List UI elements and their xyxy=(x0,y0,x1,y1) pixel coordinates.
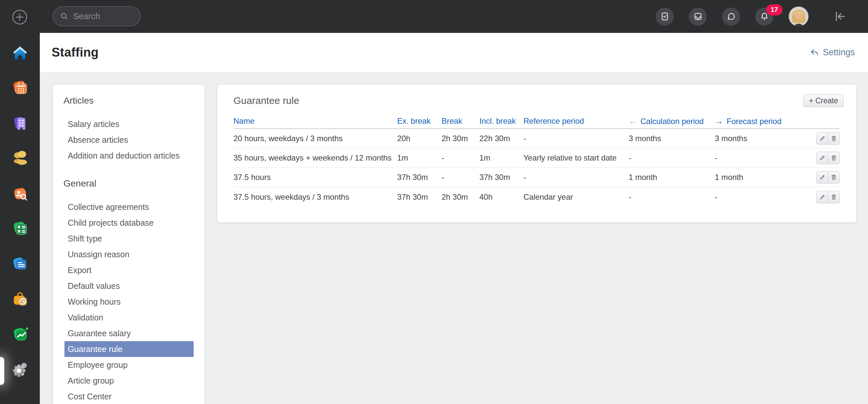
nav-item-export[interactable]: Export xyxy=(64,262,194,278)
collapse-sidebar-button[interactable] xyxy=(833,9,847,23)
trash-icon xyxy=(831,155,837,161)
column-header-break[interactable]: Break xyxy=(441,116,479,126)
cell-incl-break: 22h 30m xyxy=(479,134,523,143)
row-actions xyxy=(804,132,840,145)
table-row: 20 hours, weekdays / 3 months20h2h 30m22… xyxy=(234,129,840,148)
nav-item-collective-agreements[interactable]: Collective agreements xyxy=(64,199,194,215)
nav-item-article-group[interactable]: Article group xyxy=(64,373,194,388)
time-bag-clock-icon[interactable] xyxy=(11,290,29,308)
payroll-coins-icon[interactable] xyxy=(11,149,29,168)
row-actions xyxy=(804,171,840,183)
edit-button[interactable] xyxy=(816,171,828,183)
table-body: 20 hours, weekdays / 3 months20h2h 30m22… xyxy=(234,129,840,207)
column-header-forecast-period[interactable]: →Forecast period xyxy=(715,116,804,126)
topbar-actions: 17 xyxy=(641,0,847,33)
edit-button[interactable] xyxy=(816,191,828,203)
column-header-label: Incl. break xyxy=(479,116,516,125)
notifications-button[interactable]: 17 xyxy=(755,7,773,26)
cell-reference-period: Yearly relative to start date xyxy=(523,153,629,163)
cell-calculation-period: - xyxy=(629,153,715,163)
cell-incl-break: 1m xyxy=(479,153,523,163)
nav-item-guarantee-rule[interactable]: Guarantee rule xyxy=(64,341,194,357)
cell-reference-period: - xyxy=(523,134,629,143)
pencil-icon xyxy=(819,174,826,181)
avatar-image xyxy=(789,7,808,26)
accounting-calculator-icon[interactable] xyxy=(11,220,29,238)
cell-forecast-period: 3 months xyxy=(715,134,804,143)
settings-gear-icon[interactable] xyxy=(11,360,29,379)
row-actions xyxy=(804,152,840,164)
create-button[interactable]: + Create xyxy=(803,94,844,107)
inbox-tray-icon xyxy=(693,11,703,21)
collapse-left-icon xyxy=(833,9,847,23)
inbox-button[interactable] xyxy=(689,7,707,26)
delete-button[interactable] xyxy=(828,171,840,183)
cell-break: 2h 30m xyxy=(441,193,479,202)
delete-button[interactable] xyxy=(828,191,840,203)
cell-ex-break: 37h 30m xyxy=(397,173,441,182)
nav-section-heading-general: General xyxy=(63,177,205,191)
reports-chart-icon[interactable] xyxy=(11,325,29,343)
settings-link[interactable]: Settings xyxy=(809,33,855,72)
column-header-calculation-period[interactable]: ←Calculation period xyxy=(629,116,715,126)
nav-item-working-hours[interactable]: Working hours xyxy=(64,294,194,310)
cell-name: 37.5 hours, weekdays / 3 months xyxy=(234,193,397,202)
chat-button[interactable] xyxy=(722,7,740,26)
cell-ex-break: 37h 30m xyxy=(397,193,441,202)
company-building-icon[interactable] xyxy=(11,114,29,132)
column-header-incl-break[interactable]: Incl. break xyxy=(479,116,523,126)
cell-forecast-period: 1 month xyxy=(715,173,804,182)
cell-break: 2h 30m xyxy=(441,134,479,143)
column-header-name[interactable]: Name xyxy=(234,116,397,126)
cell-ex-break: 20h xyxy=(397,134,441,143)
guarantee-rule-card: Guarantee rule + Create NameEx. breakBre… xyxy=(217,84,857,223)
scheduling-calendar-icon[interactable] xyxy=(11,79,29,97)
nav-item-child-projects-database[interactable]: Child projects database xyxy=(64,215,194,231)
nav-item-cost-center[interactable]: Cost Center xyxy=(64,388,194,404)
notification-badge: 17 xyxy=(766,4,782,16)
nav-item-employee-group[interactable]: Employee group xyxy=(64,357,194,373)
edit-button[interactable] xyxy=(816,152,828,164)
left-arrow-icon: ← xyxy=(629,116,637,126)
column-header-label: Break xyxy=(441,116,462,125)
nav-item-absence-articles[interactable]: Absence articles xyxy=(64,132,194,148)
settings-link-label: Settings xyxy=(823,47,855,58)
edit-button[interactable] xyxy=(816,132,828,145)
topbar: 17 xyxy=(0,0,868,33)
avatar[interactable] xyxy=(789,7,808,26)
home-icon[interactable] xyxy=(11,44,29,62)
settings-nav: ArticlesSalary articlesAbsence articlesA… xyxy=(53,84,205,404)
column-header-label: Calculation period xyxy=(641,117,704,126)
nav-item-guarantee-salary[interactable]: Guarantee salary xyxy=(64,325,194,341)
delete-button[interactable] xyxy=(828,152,840,164)
pencil-icon xyxy=(819,155,826,161)
nav-item-addition-and-deduction-articles[interactable]: Addition and deduction articles xyxy=(64,148,194,164)
nav-item-shift-type[interactable]: Shift type xyxy=(64,231,194,247)
documents-icon[interactable] xyxy=(11,255,29,273)
tasks-check-icon xyxy=(660,11,670,21)
table-row: 37.5 hours37h 30m-37h 30m-1 month1 month xyxy=(234,168,840,187)
search-icon xyxy=(60,12,69,21)
nav-item-default-values[interactable]: Default values xyxy=(64,278,194,294)
column-header-ex-break[interactable]: Ex. break xyxy=(397,116,441,126)
column-header-reference-period[interactable]: Reference period xyxy=(523,116,629,126)
tasks-button[interactable] xyxy=(656,7,674,26)
column-header-label: Forecast period xyxy=(726,117,781,126)
add-button[interactable] xyxy=(12,9,28,25)
cell-forecast-period: - xyxy=(715,193,804,202)
cell-forecast-period: - xyxy=(715,153,804,163)
cell-name: 37.5 hours xyxy=(234,173,397,182)
delete-button[interactable] xyxy=(828,132,840,145)
search-input[interactable] xyxy=(73,11,134,21)
people-search-icon[interactable] xyxy=(11,184,29,203)
cell-incl-break: 40h xyxy=(479,193,523,202)
right-arrow-icon: → xyxy=(715,116,723,126)
search-box[interactable] xyxy=(53,6,141,26)
table-header-row: NameEx. breakBreakIncl. breakReference p… xyxy=(234,114,840,129)
active-app-indicator xyxy=(0,357,4,385)
trash-icon xyxy=(831,135,837,142)
nav-item-salary-articles[interactable]: Salary articles xyxy=(64,116,194,132)
nav-item-unassign-reason[interactable]: Unassign reason xyxy=(64,247,194,262)
nav-item-validation[interactable]: Validation xyxy=(64,310,194,325)
guarantee-rule-table: NameEx. breakBreakIncl. breakReference p… xyxy=(234,114,840,207)
